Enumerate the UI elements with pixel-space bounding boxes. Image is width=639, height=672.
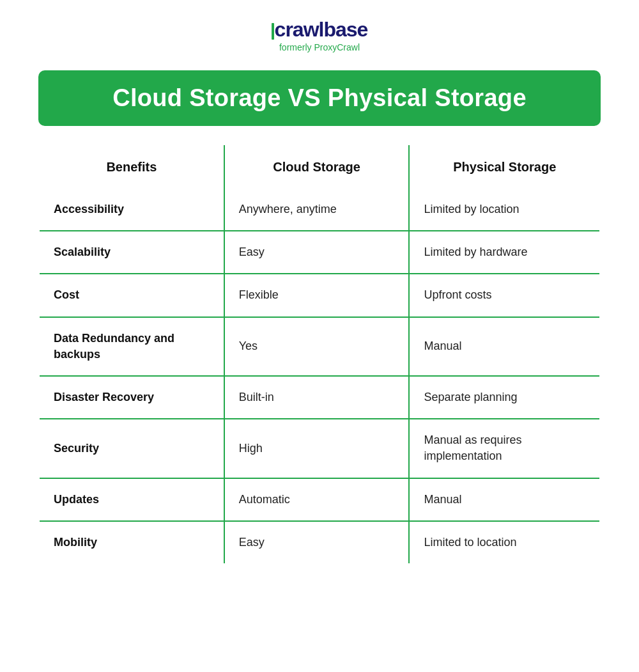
- benefit-cell: Data Redundancy and backups: [39, 317, 224, 376]
- logo: crawlbase: [272, 19, 368, 40]
- table-row: UpdatesAutomaticManual: [39, 478, 600, 521]
- header-cloud: Cloud Storage: [224, 145, 410, 189]
- benefit-cell: Accessibility: [39, 189, 224, 231]
- cloud-cell: Anywhere, anytime: [224, 189, 410, 231]
- physical-cell: Separate planning: [409, 376, 600, 419]
- table-row: Data Redundancy and backupsYesManual: [39, 317, 600, 376]
- benefit-cell: Disaster Recovery: [39, 376, 224, 419]
- table-header-row: Benefits Cloud Storage Physical Storage: [39, 145, 600, 189]
- cloud-cell: Built-in: [224, 376, 410, 419]
- header-benefits: Benefits: [39, 145, 224, 189]
- table-row: Disaster RecoveryBuilt-inSeparate planni…: [39, 376, 600, 419]
- physical-cell: Manual: [409, 478, 600, 521]
- table-row: ScalabilityEasyLimited by hardware: [39, 231, 600, 274]
- cloud-cell: Yes: [224, 317, 410, 376]
- benefit-cell: Scalability: [39, 231, 224, 274]
- physical-cell: Upfront costs: [409, 274, 600, 316]
- table-row: SecurityHighManual as requires implement…: [39, 419, 600, 478]
- header-banner: Cloud Storage VS Physical Storage: [38, 70, 601, 126]
- physical-cell: Limited by hardware: [409, 231, 600, 274]
- benefit-cell: Updates: [39, 478, 224, 521]
- physical-cell: Limited to location: [409, 521, 600, 564]
- logo-area: crawlbase formerly ProxyCrawl: [272, 19, 368, 52]
- formerly-text: formerly ProxyCrawl: [279, 42, 360, 52]
- logo-brand: crawlbase: [275, 18, 368, 41]
- benefit-cell: Cost: [39, 274, 224, 316]
- physical-cell: Manual: [409, 317, 600, 376]
- table-row: CostFlexibleUpfront costs: [39, 274, 600, 316]
- cloud-cell: Easy: [224, 521, 410, 564]
- physical-cell: Limited by location: [409, 189, 600, 231]
- benefit-cell: Mobility: [39, 521, 224, 564]
- banner-title: Cloud Storage VS Physical Storage: [58, 84, 581, 112]
- comparison-table: Benefits Cloud Storage Physical Storage …: [38, 144, 601, 565]
- table-row: MobilityEasyLimited to location: [39, 521, 600, 564]
- cloud-cell: Flexible: [224, 274, 410, 316]
- cloud-cell: Automatic: [224, 478, 410, 521]
- physical-cell: Manual as requires implementation: [409, 419, 600, 478]
- header-physical: Physical Storage: [409, 145, 600, 189]
- cloud-cell: Easy: [224, 231, 410, 274]
- table-row: AccessibilityAnywhere, anytimeLimited by…: [39, 189, 600, 231]
- benefit-cell: Security: [39, 419, 224, 478]
- cloud-cell: High: [224, 419, 410, 478]
